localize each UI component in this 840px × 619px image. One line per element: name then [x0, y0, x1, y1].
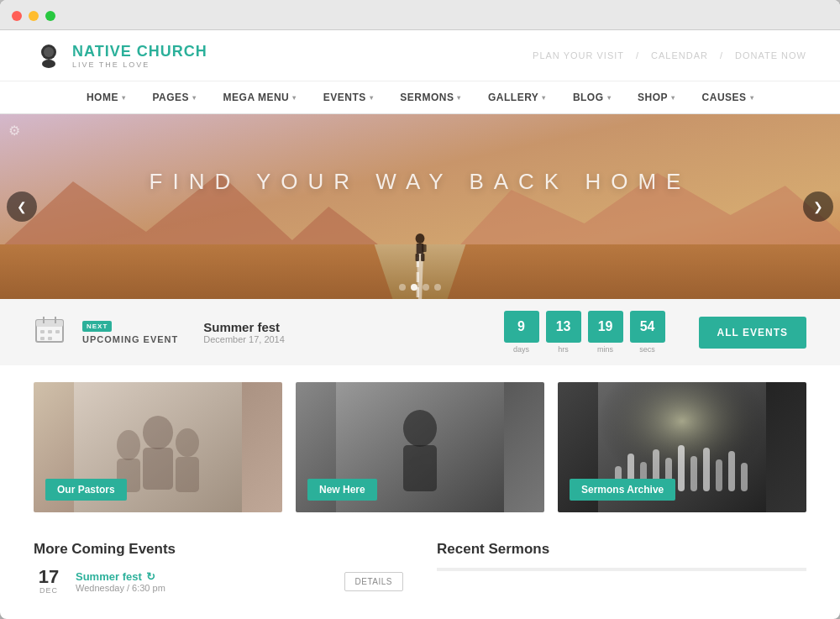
logo-icon	[34, 40, 64, 71]
countdown-days-label: days	[513, 345, 529, 354]
countdown-hrs-label: hrs	[558, 345, 569, 354]
nav-item-causes[interactable]: CAUSES ▾	[689, 81, 768, 113]
svg-rect-24	[40, 337, 45, 340]
svg-rect-18	[36, 320, 63, 327]
nav-item-mega[interactable]: MEGA MENU ▾	[210, 81, 310, 113]
countdown-days: 9 days	[504, 311, 539, 354]
settings-icon[interactable]: ⚙	[8, 123, 20, 139]
svg-rect-32	[176, 457, 199, 492]
event-info-title: Summer fest ↻	[76, 570, 333, 583]
event-label-area: NEXT UPCOMING EVENT	[82, 321, 178, 344]
hero-dot-4[interactable]	[434, 284, 441, 291]
hero-dot-2[interactable]	[411, 284, 417, 291]
calendar-icon	[34, 313, 66, 351]
hero-road-svg	[0, 114, 840, 299]
hero-tagline: FIND YOUR WAY BACK HOME	[150, 169, 691, 195]
donate-link[interactable]: DONATE NOW	[735, 50, 806, 60]
svg-rect-21	[40, 330, 45, 333]
refresh-icon: ↻	[146, 570, 155, 583]
svg-rect-25	[48, 337, 52, 340]
chevron-down-icon: ▾	[457, 94, 461, 102]
card-new-here-label: New Here	[307, 479, 377, 501]
header-links: PLAN YOUR VISIT / CALENDAR / DONATE NOW	[533, 50, 806, 60]
svg-rect-23	[55, 330, 60, 333]
chevron-down-icon: ▾	[292, 94, 297, 102]
event-info-sub: Wednesday / 6:30 pm	[76, 583, 333, 593]
svg-point-2	[42, 60, 55, 68]
nav-item-gallery[interactable]: GALLERY ▾	[475, 81, 559, 113]
logo-title: NATIVE CHURCH	[72, 43, 207, 60]
more-events-title: More Coming Events	[34, 541, 403, 558]
next-badge: NEXT	[82, 321, 112, 332]
logo-text: NATIVE CHURCH LIVE THE LOVE	[72, 43, 207, 69]
chevron-down-icon: ▾	[122, 94, 126, 102]
countdown-secs-label: secs	[639, 345, 655, 354]
calendar-link[interactable]: CALENDAR	[651, 50, 708, 60]
dot-red[interactable]	[12, 11, 22, 21]
nav-item-pages[interactable]: PAGES ▾	[139, 81, 209, 113]
chevron-down-icon: ▾	[607, 94, 612, 102]
card-pastors-label: Our Pastors	[45, 479, 127, 501]
card-new-here[interactable]: New Here	[296, 382, 544, 512]
dot-green[interactable]	[45, 11, 55, 21]
cards-section: Our Pastors	[0, 365, 840, 529]
event-bar: NEXT UPCOMING EVENT Summer fest December…	[0, 299, 840, 365]
all-events-button[interactable]: ALL EVENTS	[699, 317, 806, 349]
hero-dots	[399, 284, 441, 291]
svg-rect-10	[417, 272, 419, 282]
hero-dot-3[interactable]	[423, 284, 429, 291]
svg-rect-35	[403, 445, 437, 491]
plan-visit-link[interactable]: PLAN YOUR VISIT	[533, 50, 624, 60]
event-title: Summer fest	[203, 320, 486, 334]
svg-rect-48	[716, 459, 722, 491]
hero-next-button[interactable]: ❯	[803, 191, 833, 222]
card-sermons-archive[interactable]: Sermons Archive	[558, 382, 806, 512]
svg-rect-47	[703, 448, 710, 491]
countdown-mins-label: mins	[597, 345, 613, 354]
recent-sermons-placeholder	[437, 568, 806, 571]
recent-sermons-section: Recent Sermons	[437, 541, 806, 595]
browser-chrome	[0, 0, 840, 30]
logo-plain: NATIVE	[72, 43, 132, 60]
svg-rect-14	[416, 254, 419, 261]
svg-point-29	[176, 428, 199, 457]
svg-rect-16	[422, 244, 426, 252]
more-events-section: More Coming Events 17 DEC Summer fest ↻ …	[34, 541, 403, 595]
separator1: /	[636, 50, 639, 60]
card-our-pastors[interactable]: Our Pastors	[34, 382, 282, 512]
hero-dot-1[interactable]	[399, 284, 406, 291]
svg-point-12	[416, 233, 425, 244]
countdown-mins: 19 mins	[588, 311, 623, 354]
nav-item-home[interactable]: HOME ▾	[73, 81, 139, 113]
nav-item-sermons[interactable]: SERMONS ▾	[386, 81, 475, 113]
svg-point-27	[143, 416, 173, 449]
countdown-hrs-value: 13	[546, 311, 581, 343]
event-info: Summer fest ↻ Wednesday / 6:30 pm	[76, 570, 333, 593]
nav-item-shop[interactable]: SHOP ▾	[624, 81, 689, 113]
svg-rect-46	[690, 456, 697, 491]
countdown-mins-value: 19	[588, 311, 623, 343]
svg-rect-50	[741, 463, 748, 491]
hero-prev-button[interactable]: ❮	[7, 191, 37, 222]
nav-item-blog[interactable]: BLOG ▾	[559, 81, 624, 113]
chevron-down-icon: ▾	[750, 94, 754, 102]
hero-banner: ⚙ FIND YOUR WAY BACK HOME ❮ ❯	[0, 114, 840, 299]
chevron-down-icon: ▾	[192, 94, 197, 102]
event-date-number: 17	[39, 568, 59, 586]
nav-items: HOME ▾ PAGES ▾ MEGA MENU ▾ EVENTS ▾ SERM…	[73, 81, 767, 113]
chevron-down-icon: ▾	[542, 94, 546, 102]
browser-content: NATIVE CHURCH LIVE THE LOVE PLAN YOUR VI…	[0, 30, 840, 619]
nav-item-events[interactable]: EVENTS ▾	[310, 81, 387, 113]
event-date: December 17, 2014	[203, 334, 486, 344]
chevron-down-icon: ▾	[671, 94, 675, 102]
dot-yellow[interactable]	[29, 11, 39, 21]
svg-rect-30	[143, 448, 173, 490]
countdown-hrs: 13 hrs	[546, 311, 581, 354]
svg-point-28	[117, 430, 140, 460]
event-date-box: 17 DEC	[34, 568, 64, 595]
bottom-section: More Coming Events 17 DEC Summer fest ↻ …	[0, 529, 840, 595]
upcoming-label: UPCOMING EVENT	[82, 334, 178, 344]
svg-point-1	[44, 47, 54, 57]
details-button[interactable]: DETAILS	[344, 572, 403, 591]
chevron-down-icon: ▾	[370, 94, 374, 102]
